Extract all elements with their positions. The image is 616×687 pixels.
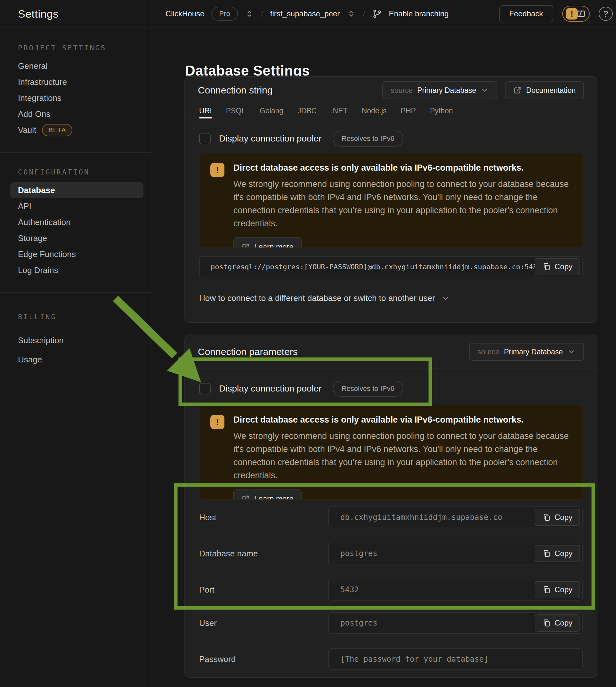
howto-connect-expander[interactable]: How to connect to a different database o…	[185, 282, 597, 314]
sidebar-item-api[interactable]: API	[18, 198, 151, 214]
chevron-down-icon	[567, 348, 576, 356]
display-connection-pooler-checkbox[interactable]	[199, 133, 211, 145]
learn-more-button[interactable]: Learn more	[234, 489, 302, 500]
card-title-connection-string: Connection string	[198, 85, 272, 96]
database-settings-page: Settings ClickHouse Pro / first_supabase…	[0, 0, 616, 687]
connection-string-tabs: URI PSQL Golang JDBC .NET Node.js PHP Py…	[185, 104, 597, 118]
beta-badge: BETA	[42, 124, 72, 136]
breadcrumb-separator: /	[261, 9, 263, 19]
tab-dotnet[interactable]: .NET	[331, 104, 347, 118]
sidebar-section-billing: BILLING	[18, 313, 151, 321]
copy-connection-string-button[interactable]: Copy	[535, 258, 580, 275]
tab-jdbc[interactable]: JDBC	[298, 104, 317, 118]
connection-string-card: Connection string source Primary Databas…	[184, 76, 597, 323]
tab-php[interactable]: PHP	[401, 104, 416, 118]
copy-icon	[542, 585, 551, 594]
tab-golang[interactable]: Golang	[260, 104, 283, 118]
database-name-label: Database name	[199, 549, 328, 559]
pooler-label: Display connection pooler	[219, 133, 322, 144]
organization-alert-button[interactable]: !	[562, 6, 590, 22]
warning-title: Direct database access is only available…	[234, 163, 572, 173]
documentation-button[interactable]: Documentation	[505, 81, 584, 99]
param-row-database-name: Database name postgres Copy	[199, 542, 583, 564]
sidebar-item-integrations[interactable]: Integrations	[18, 90, 151, 106]
param-row-host: Host db.cxhygiuitamxhniiddjm.supabase.co…	[199, 506, 583, 528]
warning-body: We strongly recommend using connection p…	[234, 178, 572, 230]
copy-port-button[interactable]: Copy	[535, 581, 580, 598]
card-title-connection-parameters: Connection parameters	[198, 347, 298, 357]
param-row-user: User postgres Copy	[199, 612, 583, 634]
breadcrumb: ClickHouse Pro / first_supabase_peer / E…	[166, 0, 448, 27]
project-selector-icon[interactable]	[347, 9, 356, 18]
copy-user-button[interactable]: Copy	[535, 614, 580, 631]
settings-sidebar: PROJECT SETTINGS General Infrastructure …	[0, 28, 151, 687]
port-field[interactable]: 5432 Copy	[328, 579, 583, 601]
display-connection-pooler-checkbox[interactable]	[199, 383, 211, 394]
breadcrumb-org[interactable]: ClickHouse	[166, 9, 204, 18]
sidebar-section-project-settings: PROJECT SETTINGS	[18, 44, 151, 52]
chevron-down-icon	[441, 294, 450, 303]
copy-host-button[interactable]: Copy	[535, 509, 580, 526]
header-settings-zone: Settings	[0, 0, 151, 27]
resolves-to-ipv6-badge: Resolves to IPv6	[333, 131, 403, 147]
sidebar-section-configuration: CONFIGURATION	[18, 168, 151, 176]
source-select[interactable]: source Primary Database	[469, 343, 584, 361]
database-name-field[interactable]: postgres Copy	[328, 542, 583, 564]
user-field[interactable]: postgres Copy	[328, 612, 583, 634]
header-actions: Feedback ! ?	[499, 0, 616, 27]
resolves-to-ipv6-badge: Resolves to IPv6	[333, 381, 403, 397]
org-selector-icon[interactable]	[245, 9, 254, 18]
learn-more-button[interactable]: Learn more	[234, 237, 302, 248]
param-row-password: Password [The password for your database…	[199, 648, 583, 670]
param-row-port: Port 5432 Copy	[199, 579, 583, 601]
external-link-icon	[241, 243, 250, 248]
sidebar-item-infrastructure[interactable]: Infrastructure	[18, 74, 151, 90]
page-title: Settings	[18, 8, 59, 20]
sidebar-item-vault[interactable]: VaultBETA	[18, 122, 151, 138]
user-label: User	[199, 618, 328, 628]
top-header: Settings ClickHouse Pro / first_supabase…	[0, 0, 616, 28]
sidebar-item-add-ons[interactable]: Add Ons	[18, 106, 151, 122]
connection-parameters-card: Connection parameters source Primary Dat…	[184, 335, 597, 678]
warning-icon: !	[210, 415, 224, 429]
host-field[interactable]: db.cxhygiuitamxhniiddjm.supabase.co Copy	[328, 506, 583, 528]
sidebar-item-database[interactable]: Database	[10, 182, 144, 198]
copy-icon	[542, 619, 551, 627]
sidebar-item-edge-functions[interactable]: Edge Functions	[18, 246, 151, 262]
warning-body: We strongly recommend using connection p…	[234, 429, 572, 482]
external-link-icon	[241, 494, 250, 500]
connection-string-value: postgresql://postgres:[YOUR-PASSWORD]@db…	[200, 263, 582, 271]
help-icon[interactable]: ?	[599, 7, 613, 21]
tab-nodejs[interactable]: Node.js	[362, 104, 387, 118]
ipv6-warning-banner: ! Direct database access is only availab…	[199, 153, 583, 248]
warning-icon: !	[566, 8, 577, 20]
plan-badge: Pro	[211, 7, 238, 21]
port-label: Port	[199, 585, 328, 595]
breadcrumb-separator: /	[363, 9, 365, 19]
feedback-button[interactable]: Feedback	[499, 5, 553, 22]
panel-icon	[576, 9, 586, 19]
connection-string-field[interactable]: postgresql://postgres:[YOUR-PASSWORD]@db…	[199, 256, 583, 277]
copy-icon	[542, 549, 551, 558]
ipv6-warning-banner: ! Direct database access is only availab…	[199, 405, 583, 500]
tab-psql[interactable]: PSQL	[226, 104, 246, 118]
sidebar-item-usage[interactable]: Usage	[18, 350, 151, 369]
sidebar-item-storage[interactable]: Storage	[18, 230, 151, 246]
warning-icon: !	[210, 163, 224, 177]
enable-branching-button[interactable]: Enable branching	[389, 9, 449, 18]
password-label: Password	[199, 655, 328, 664]
tab-uri[interactable]: URI	[199, 104, 212, 118]
sidebar-item-general[interactable]: General	[18, 58, 151, 74]
password-field[interactable]: [The password for your database]	[328, 648, 583, 670]
host-label: Host	[199, 512, 328, 523]
sidebar-item-authentication[interactable]: Authentication	[18, 214, 151, 230]
breadcrumb-project[interactable]: first_supabase_peer	[270, 9, 340, 18]
copy-icon	[542, 513, 551, 522]
sidebar-item-log-drains[interactable]: Log Drains	[18, 262, 151, 278]
chevron-down-icon	[481, 86, 489, 94]
tab-python[interactable]: Python	[430, 104, 453, 118]
copy-database-name-button[interactable]: Copy	[535, 545, 580, 562]
warning-title: Direct database access is only available…	[234, 415, 572, 425]
source-select[interactable]: source Primary Database	[382, 81, 497, 99]
sidebar-item-subscription[interactable]: Subscription	[18, 331, 151, 350]
